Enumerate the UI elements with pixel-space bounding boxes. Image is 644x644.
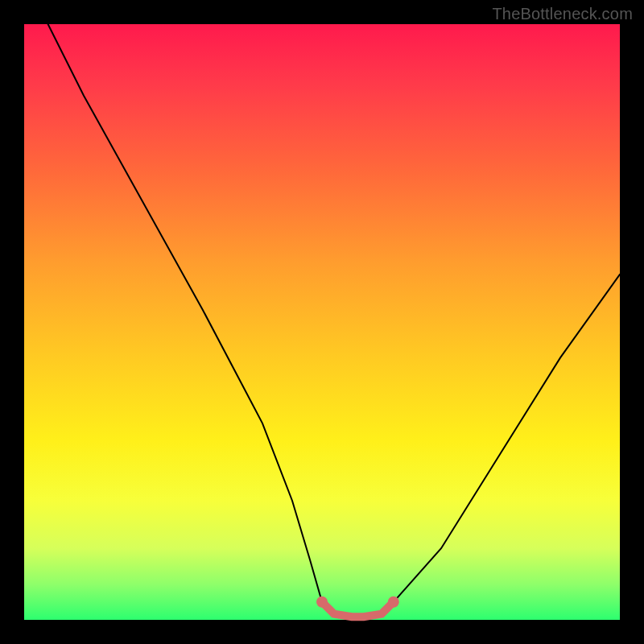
bottleneck-curve [48,24,620,617]
highlight-dot [388,597,399,608]
highlight-segment [322,602,394,617]
plot-area [24,24,620,620]
highlight-dot [316,597,328,608]
curve-layer [24,24,620,620]
chart-frame: TheBottleneck.com [0,0,644,644]
watermark-text: TheBottleneck.com [492,5,633,23]
